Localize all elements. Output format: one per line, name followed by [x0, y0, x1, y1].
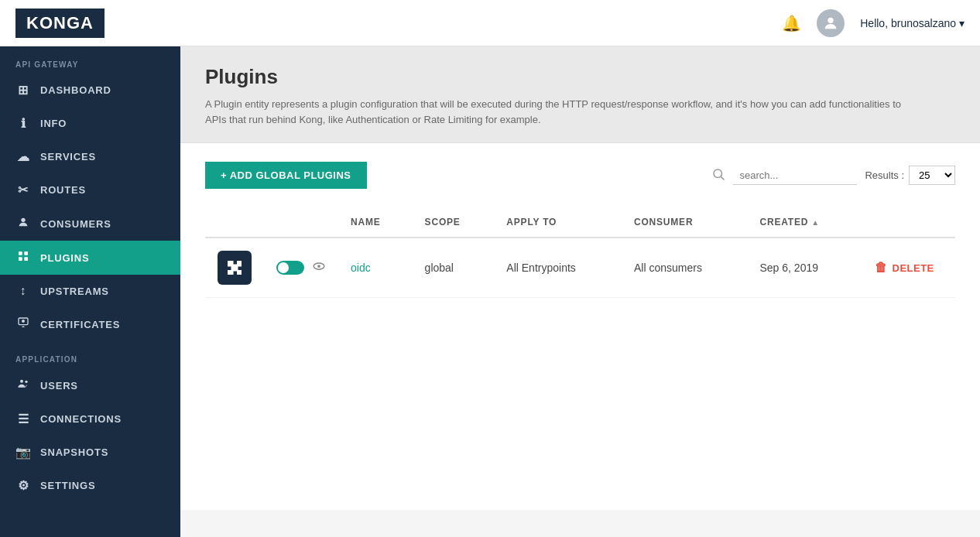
- svg-rect-5: [24, 257, 28, 261]
- col-apply-to: APPLY TO: [494, 207, 622, 238]
- certificate-icon: [15, 316, 31, 332]
- results-label: Results : 25 50 100: [865, 166, 955, 185]
- col-icon: [205, 207, 264, 238]
- sidebar-item-label: CERTIFICATES: [40, 319, 120, 330]
- table-header-row: NAME SCOPE APPLY TO CONSUMER CREATED: [205, 207, 955, 238]
- svg-rect-4: [19, 257, 22, 261]
- plugin-icon: [218, 251, 252, 285]
- plugins-icon: [15, 250, 31, 265]
- notification-bell-icon[interactable]: 🔔: [782, 14, 801, 32]
- sidebar-item-users[interactable]: USERS: [0, 368, 180, 402]
- plugins-table: NAME SCOPE APPLY TO CONSUMER CREATED: [205, 207, 955, 298]
- sidebar-item-label: USERS: [40, 380, 78, 392]
- search-input[interactable]: [733, 166, 857, 185]
- svg-point-10: [714, 169, 722, 178]
- results-per-page-select[interactable]: 25 50 100: [909, 166, 955, 185]
- col-consumer: CONSUMER: [622, 207, 748, 238]
- add-global-plugins-button[interactable]: + ADD GLOBAL PLUGINS: [205, 162, 367, 189]
- chevron-down-icon: ▾: [959, 17, 965, 29]
- users-icon: [15, 378, 31, 393]
- sidebar-item-label: SERVICES: [40, 151, 96, 162]
- plugin-toggle[interactable]: [276, 261, 304, 275]
- sidebar-item-dashboard[interactable]: ⊞ DASHBOARD: [0, 74, 180, 107]
- plugin-icon-cell: [205, 238, 264, 298]
- routes-icon: ✂: [15, 183, 31, 197]
- delete-button[interactable]: 🗑 DELETE: [875, 261, 934, 275]
- sidebar-item-info[interactable]: ℹ INFO: [0, 107, 180, 140]
- col-name: NAME: [338, 207, 413, 238]
- top-header: KONGA 🔔 Hello, brunosalzano ▾: [0, 0, 980, 46]
- sidebar-item-label: PLUGINS: [40, 252, 89, 264]
- actions-cell: [276, 259, 326, 277]
- svg-point-1: [21, 218, 25, 222]
- sort-arrow-icon: ▲: [811, 218, 820, 227]
- sidebar-item-connections[interactable]: ☰ CONNECTIONS: [0, 402, 180, 436]
- svg-rect-3: [24, 251, 28, 255]
- sidebar-item-label: CONNECTIONS: [40, 413, 122, 425]
- dashboard-icon: ⊞: [15, 83, 31, 97]
- plugin-delete-cell: 🗑 DELETE: [862, 238, 955, 298]
- svg-line-11: [721, 176, 725, 180]
- content-area: + ADD GLOBAL PLUGINS Results : 25 50 100: [180, 143, 980, 510]
- plugin-name-link[interactable]: oidc: [351, 262, 371, 274]
- svg-point-0: [828, 17, 834, 22]
- toolbar: + ADD GLOBAL PLUGINS Results : 25 50 100: [205, 162, 955, 189]
- api-gateway-section-label: API GATEWAY: [0, 46, 180, 74]
- col-scope: SCOPE: [413, 207, 495, 238]
- col-created[interactable]: CREATED ▲: [747, 207, 862, 238]
- header-right: 🔔 Hello, brunosalzano ▾: [782, 9, 965, 37]
- plugin-apply-to-cell: All Entrypoints: [494, 238, 622, 298]
- plugin-scope-cell: global: [413, 238, 495, 298]
- sidebar: API GATEWAY ⊞ DASHBOARD ℹ INFO ☁ SERVICE…: [0, 46, 180, 537]
- sidebar-item-consumers[interactable]: CONSUMERS: [0, 207, 180, 241]
- svg-rect-2: [19, 251, 22, 255]
- plugin-name-cell: oidc: [338, 238, 413, 298]
- svg-point-7: [22, 320, 25, 323]
- sidebar-item-label: DASHBOARD: [40, 84, 111, 96]
- toggle-track[interactable]: [276, 261, 304, 275]
- sidebar-item-services[interactable]: ☁ SERVICES: [0, 140, 180, 173]
- table-row: oidc global All Entrypoints All consumer…: [205, 238, 955, 298]
- plugin-consumer-cell: All consumers: [622, 238, 748, 298]
- sidebar-item-label: INFO: [40, 118, 67, 129]
- app-layout: API GATEWAY ⊞ DASHBOARD ℹ INFO ☁ SERVICE…: [0, 46, 980, 537]
- consumer-icon: [15, 216, 31, 231]
- info-icon: ℹ: [15, 116, 31, 131]
- view-icon[interactable]: [312, 259, 326, 277]
- col-actions: [264, 207, 338, 238]
- user-name-label: Hello, brunosalzano: [860, 17, 956, 29]
- plugin-action-cell: [264, 238, 338, 298]
- sidebar-item-label: ROUTES: [40, 184, 86, 196]
- search-icon: [711, 167, 725, 184]
- application-section-label: APPLICATION: [0, 341, 180, 368]
- user-menu[interactable]: Hello, brunosalzano ▾: [860, 17, 965, 29]
- page-title: Plugins: [205, 65, 955, 89]
- logo: KONGA: [15, 9, 105, 38]
- snapshots-icon: 📷: [15, 445, 31, 460]
- cloud-icon: ☁: [15, 149, 31, 164]
- page-description: A Plugin entity represents a plugin conf…: [205, 97, 902, 127]
- settings-icon: ⚙: [15, 478, 31, 493]
- upstreams-icon: ↕: [15, 284, 31, 298]
- toggle-knob: [278, 262, 289, 273]
- col-delete: [862, 207, 955, 238]
- sidebar-item-snapshots[interactable]: 📷 SNAPSHOTS: [0, 436, 180, 469]
- sidebar-item-plugins[interactable]: PLUGINS: [0, 241, 180, 275]
- trash-icon: 🗑: [875, 261, 888, 275]
- plugin-created-cell: Sep 6, 2019: [747, 238, 862, 298]
- sidebar-item-upstreams[interactable]: ↕ UPSTREAMS: [0, 275, 180, 307]
- svg-point-8: [20, 380, 23, 383]
- sidebar-item-settings[interactable]: ⚙ SETTINGS: [0, 469, 180, 502]
- avatar: [817, 9, 845, 37]
- sidebar-item-certificates[interactable]: CERTIFICATES: [0, 307, 180, 341]
- connections-icon: ☰: [15, 412, 31, 426]
- search-area: Results : 25 50 100: [711, 166, 955, 185]
- page-header: Plugins A Plugin entity represents a plu…: [180, 46, 980, 143]
- svg-point-13: [317, 265, 320, 268]
- sidebar-item-label: CONSUMERS: [40, 218, 111, 230]
- sidebar-item-label: SETTINGS: [40, 480, 95, 491]
- main-content: Plugins A Plugin entity represents a plu…: [180, 46, 980, 537]
- sidebar-item-routes[interactable]: ✂ ROUTES: [0, 173, 180, 207]
- svg-point-9: [25, 381, 27, 383]
- sidebar-item-label: UPSTREAMS: [40, 286, 109, 297]
